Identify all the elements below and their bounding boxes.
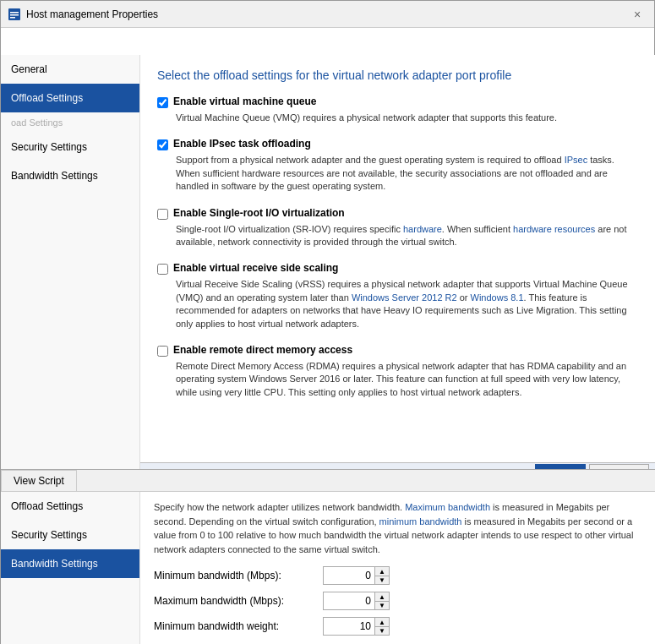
sidebar-item-security-top[interactable]: Security Settings: [1, 133, 139, 161]
title-bar: Host management Properties ×: [1, 1, 654, 28]
desc-sriov: Single-root I/O virtualization (SR-IOV) …: [176, 223, 639, 249]
svg-rect-3: [10, 17, 15, 19]
label-rdma: Enable remote direct memory access: [173, 344, 352, 356]
checkbox-vrss[interactable]: [157, 264, 168, 275]
window-icon: [8, 8, 21, 21]
label-max-bandwidth: Maximum bandwidth (Mbps):: [154, 595, 323, 607]
checkbox-ipsec[interactable]: [157, 139, 168, 150]
option-sriov: Enable Single-root I/O virtualization Si…: [157, 207, 639, 249]
spin-down-weight[interactable]: ▼: [375, 626, 389, 635]
spin-down-max[interactable]: ▼: [375, 601, 389, 609]
bottom-tab-bar: View Script: [1, 470, 655, 492]
label-vrss: Enable virtual receive side scaling: [173, 262, 338, 274]
spin-down-min[interactable]: ▼: [375, 576, 389, 584]
page-title-top: Select the offload settings for the virt…: [157, 68, 639, 82]
label-sriov: Enable Single-root I/O virtualization: [173, 207, 345, 219]
spinner-max-bandwidth: ▲ ▼: [323, 592, 390, 610]
sidebar-item-bandwidth-b[interactable]: Bandwidth Settings: [1, 549, 139, 578]
spinner-buttons-max: ▲ ▼: [374, 592, 389, 609]
sidebar-item-offload[interactable]: Offload Settings: [1, 84, 139, 112]
content-top: Select the offload settings for the virt…: [140, 55, 655, 494]
desc-vmq: Virtual Machine Queue (VMQ) requires a p…: [176, 112, 639, 124]
sidebar-item-security-b[interactable]: Security Settings: [1, 521, 139, 549]
sidebar-item-offload-b[interactable]: Offload Settings: [1, 492, 139, 521]
close-button[interactable]: ×: [627, 6, 647, 23]
field-row-max-bandwidth: Maximum bandwidth (Mbps): ▲ ▼: [154, 592, 642, 610]
svg-rect-2: [10, 14, 19, 16]
sidebar-item-bandwidth-top[interactable]: Bandwidth Settings: [1, 161, 139, 190]
sidebar-top: General Offload Settings oad Settings Se…: [1, 55, 140, 494]
spin-up-max[interactable]: ▲: [375, 592, 389, 601]
option-ipsec: Enable IPsec task offloading Support fro…: [157, 138, 639, 193]
top-dialog: General Offload Settings oad Settings Se…: [1, 55, 655, 494]
title-bar-left: Host management Properties: [8, 8, 158, 21]
spin-up-weight[interactable]: ▲: [375, 618, 389, 626]
desc-ipsec: Support from a physical network adapter …: [176, 154, 639, 193]
label-min-weight: Minimum bandwidth weight:: [154, 620, 323, 632]
spin-up-min[interactable]: ▲: [375, 567, 389, 576]
spinner-min-bandwidth: ▲ ▼: [323, 566, 390, 585]
spinner-buttons-min: ▲ ▼: [374, 567, 389, 584]
spinner-min-weight: ▲ ▼: [323, 617, 390, 636]
spinner-buttons-weight: ▲ ▼: [374, 618, 389, 635]
title-text: Host management Properties: [26, 8, 158, 20]
bottom-split: Offload Settings Security Settings Bandw…: [1, 492, 655, 644]
input-min-bandwidth[interactable]: [324, 568, 374, 583]
svg-rect-1: [10, 12, 19, 14]
bandwidth-desc: Specify how the network adapter utilizes…: [154, 500, 642, 556]
field-row-min-weight: Minimum bandwidth weight: ▲ ▼: [154, 617, 642, 636]
checkbox-rdma[interactable]: [157, 346, 168, 357]
input-max-bandwidth[interactable]: [324, 593, 374, 609]
option-vmq: Enable virtual machine queue Virtual Mac…: [157, 96, 639, 124]
option-rdma: Enable remote direct memory access Remot…: [157, 344, 639, 399]
option-vrss: Enable virtual receive side scaling Virt…: [157, 262, 639, 330]
field-row-min-bandwidth: Minimum bandwidth (Mbps): ▲ ▼: [154, 566, 642, 585]
label-vmq: Enable virtual machine queue: [173, 96, 316, 107]
sidebar-item-general[interactable]: General: [1, 55, 139, 84]
window: Host management Properties × General Off…: [0, 0, 655, 644]
sidebar-item-load: oad Settings: [1, 112, 139, 133]
checkbox-sriov[interactable]: [157, 209, 168, 220]
desc-rdma: Remote Direct Memory Access (RDMA) requi…: [176, 360, 639, 399]
input-min-weight[interactable]: [324, 619, 374, 634]
desc-vrss: Virtual Receive Side Scaling (vRSS) requ…: [176, 278, 639, 330]
label-ipsec: Enable IPsec task offloading: [173, 138, 311, 150]
bottom-dialog: View Script Offload Settings Security Se…: [1, 469, 655, 644]
view-script-tab[interactable]: View Script: [1, 470, 77, 491]
sidebar-bottom: Offload Settings Security Settings Bandw…: [1, 492, 140, 644]
content-bottom: Specify how the network adapter utilizes…: [140, 492, 655, 644]
label-min-bandwidth: Minimum bandwidth (Mbps):: [154, 570, 323, 581]
checkbox-vmq[interactable]: [157, 97, 168, 108]
